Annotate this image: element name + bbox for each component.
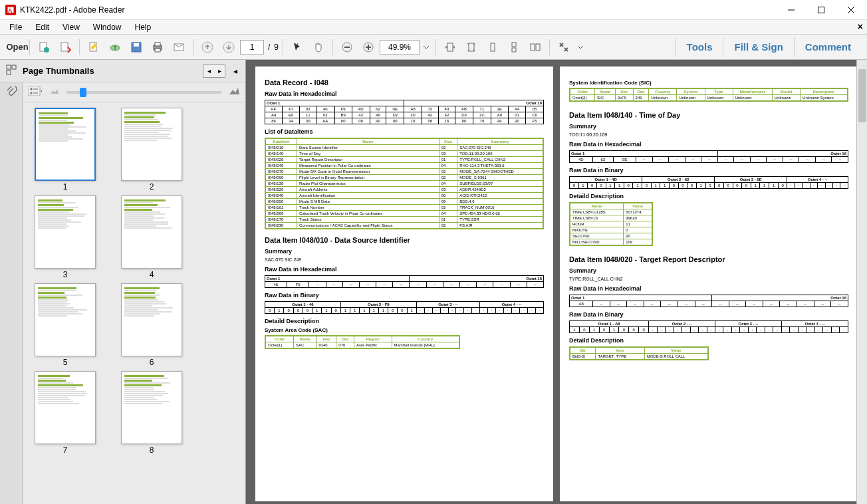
- thumbnail-6[interactable]: [121, 283, 182, 356]
- print-button[interactable]: [148, 37, 168, 57]
- svg-rect-15: [155, 49, 160, 52]
- small-thumb-icon[interactable]: [49, 87, 60, 97]
- document-view[interactable]: Data Record - I048 Raw Data in Hexadecim…: [246, 60, 867, 504]
- di020-bin-table: Octet 1 - A8Octet 2 - --Octet 3 - --Octe…: [569, 320, 848, 333]
- page-1: Data Record - I048 Raw Data in Hexadecim…: [255, 66, 553, 501]
- fill-sign-link[interactable]: Fill & Sign: [723, 37, 793, 57]
- toolbar: Open / 9 I Tools Fill & Sign Comment: [0, 35, 867, 60]
- sic-table: OctetNameHexDecCountrySystemTypeManufact…: [569, 88, 848, 102]
- time-table: NameValueTIME LSB=1/128S5071374TIME LSB=…: [569, 202, 653, 246]
- svg-rect-12: [134, 43, 139, 47]
- menu-help[interactable]: Help: [128, 21, 158, 33]
- thumbnail-1[interactable]: [35, 108, 96, 181]
- thumbnail-7[interactable]: [35, 371, 96, 444]
- tools-link[interactable]: Tools: [676, 37, 723, 57]
- menu-file[interactable]: File: [3, 21, 29, 33]
- sic-heading: System Identification Code (SIC): [569, 80, 848, 86]
- export-pdf-button[interactable]: [55, 37, 75, 57]
- sac-heading: System Area Code (SAC): [265, 327, 544, 333]
- maximize-button[interactable]: [806, 1, 836, 19]
- zoom-in-button[interactable]: [358, 37, 378, 57]
- hand-tool-button[interactable]: [309, 37, 328, 57]
- prev-page-button[interactable]: [197, 37, 217, 57]
- di140-bin-table: Octet 1 - 4DOctet 2 - 62Octet 3 - 0EOcte…: [569, 176, 848, 189]
- svg-rect-27: [491, 43, 495, 51]
- close-button[interactable]: [836, 1, 866, 19]
- di140-title: Data Item I048/140 - Time of Day: [569, 111, 848, 119]
- menu-view[interactable]: View: [56, 21, 86, 33]
- options-icon[interactable]: [28, 86, 43, 98]
- sidebar-nav[interactable]: ◂▸: [203, 64, 225, 78]
- attachment-icon[interactable]: [5, 86, 17, 100]
- thumbnail-label: 2: [150, 182, 154, 191]
- app-icon: A: [5, 5, 16, 15]
- cloud-button[interactable]: [105, 37, 125, 57]
- page-sep: /: [265, 43, 273, 52]
- read-mode-button[interactable]: [554, 37, 574, 57]
- create-pdf-button[interactable]: [34, 37, 54, 57]
- menu-edit[interactable]: Edit: [29, 21, 56, 33]
- open-button[interactable]: Open: [5, 37, 25, 57]
- zoom-out-button[interactable]: [337, 37, 357, 57]
- read-mode-dropdown[interactable]: [575, 37, 586, 57]
- comment-link[interactable]: Comment: [794, 37, 862, 57]
- minimize-button[interactable]: [776, 1, 806, 19]
- thumbnails-list: 12345678: [23, 102, 245, 504]
- right-panel-links: Tools Fill & Sign Comment: [676, 37, 862, 57]
- record-title: Data Record - I048: [265, 78, 544, 86]
- svg-rect-8: [61, 43, 68, 51]
- thumbnail-label: 5: [63, 358, 68, 367]
- sac-table: OctetNameHexDecRegionCountryOctet[1]SAC0…: [265, 335, 460, 349]
- sidebar-header: Page Thumbnails ◂▸ ◂: [0, 60, 245, 82]
- separator: [193, 39, 193, 55]
- next-page-button[interactable]: [219, 37, 239, 57]
- summary-label: Summary: [265, 248, 544, 255]
- thumbnail-2[interactable]: [121, 108, 182, 181]
- vertical-scrollbar[interactable]: [856, 60, 867, 504]
- di010-title: Data Item I048/010 - Data Source Identif…: [265, 236, 544, 244]
- svg-rect-25: [447, 43, 453, 51]
- di010-summary: SAC:070 SIC:249: [265, 257, 544, 262]
- thumbnail-label: 4: [150, 270, 154, 279]
- select-tool-button[interactable]: I: [287, 37, 307, 57]
- two-page-button[interactable]: [525, 37, 545, 57]
- thumbnail-label: 3: [63, 270, 68, 279]
- single-page-button[interactable]: [483, 37, 503, 57]
- svg-point-7: [44, 47, 49, 53]
- fit-width-button[interactable]: [440, 37, 460, 57]
- zoom-dropdown[interactable]: [421, 37, 432, 57]
- di140-hex-table: Octet 1Octet 164D620E-------------------…: [569, 150, 848, 163]
- thumbnail-5[interactable]: [35, 283, 96, 356]
- separator: [435, 39, 436, 55]
- hex-table: Octet 1Octet 16FFF70246F94D620EA87243FB7…: [265, 100, 544, 124]
- title-bar: A KTK2422.pdf - Adobe Reader: [0, 0, 867, 20]
- page-number-input[interactable]: [240, 40, 264, 55]
- detail-heading-3: Detaild Description: [569, 337, 848, 344]
- thumbnail-4[interactable]: [121, 195, 182, 269]
- svg-rect-29: [512, 48, 516, 52]
- main-area: Page Thumbnails ◂▸ ◂ 12345678 Data Recor: [0, 60, 867, 504]
- edit-button[interactable]: [84, 37, 104, 57]
- raw-hex-heading: Raw Data in Hexadecimal: [265, 90, 544, 97]
- separator: [283, 39, 283, 55]
- thumbnails-panel: Page Thumbnails ◂▸ ◂ 12345678: [0, 60, 246, 504]
- di140-summary: TOD:11:00:20.109: [569, 132, 848, 137]
- zoom-input[interactable]: [380, 40, 420, 55]
- save-button[interactable]: [126, 37, 146, 57]
- thumbnail-size-slider[interactable]: [66, 91, 221, 94]
- open-label: Open: [6, 42, 28, 52]
- scrolling-button[interactable]: [504, 37, 524, 57]
- large-thumb-icon[interactable]: [228, 86, 240, 98]
- menubar-close-icon[interactable]: ×: [858, 21, 863, 32]
- email-button[interactable]: [169, 37, 189, 57]
- di020-title: Data Item I048/020 - Target Report Descr…: [569, 255, 848, 263]
- binary-heading-3: Raw Data in Binary: [569, 311, 848, 318]
- menu-window[interactable]: Window: [86, 21, 128, 33]
- trd-table: BitItemValueBit[0-2]TARGET_TYPEMODE-S RO…: [569, 346, 709, 360]
- fit-page-button[interactable]: [461, 37, 481, 57]
- sidebar-close-icon[interactable]: ◂: [231, 66, 240, 76]
- separator: [332, 39, 333, 55]
- thumbnail-label: 8: [150, 445, 154, 455]
- thumbnail-3[interactable]: [35, 195, 96, 269]
- thumbnail-8[interactable]: [121, 371, 182, 444]
